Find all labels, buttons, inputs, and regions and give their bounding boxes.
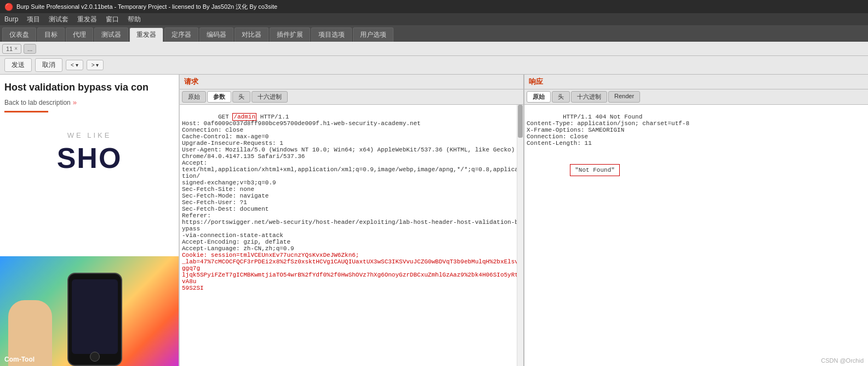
back-link-text: Back to lab description — [4, 99, 71, 106]
tab-proxy[interactable]: 代理 — [66, 27, 93, 42]
main-tabs: 仪表盘 目标 代理 测试器 重发器 定序器 编码器 对比器 插件扩展 项目选项 … — [0, 25, 868, 42]
menu-window[interactable]: 窗口 — [106, 15, 119, 24]
toolbar: 发送 取消 < ▾ > ▾ — [0, 56, 868, 75]
menu-repeater[interactable]: 重发器 — [77, 15, 97, 24]
request-scrollbar-thumb[interactable] — [518, 105, 523, 138]
phone-screen — [72, 279, 118, 354]
request-line: GET — [218, 114, 232, 120]
response-body: "Not Found" — [527, 157, 866, 183]
sub-tab-11[interactable]: 11 × — [2, 44, 21, 54]
menu-burp[interactable]: Burp — [4, 15, 18, 23]
phone-silhouette — [67, 273, 122, 366]
menu-project[interactable]: 项目 — [27, 15, 40, 24]
not-found-box: "Not Found" — [570, 164, 620, 176]
menu-help[interactable]: 帮助 — [128, 15, 141, 24]
request-line-end: HTTP/1.1 Host: 0af6009c037d8ff980bce9570… — [182, 114, 518, 252]
back-arrow-icon: » — [73, 98, 77, 106]
request-tab-headers[interactable]: 头 — [232, 91, 250, 103]
send-button[interactable]: 发送 — [4, 58, 32, 72]
request-header: 请求 — [180, 75, 523, 89]
tab-intruder[interactable]: 测试器 — [94, 27, 128, 42]
request-scrollbar[interactable] — [517, 105, 523, 366]
request-tab-raw[interactable]: 原始 — [182, 91, 206, 103]
csdn-watermark: CSDN @Orchid — [821, 357, 864, 364]
response-tab-raw[interactable]: 原始 — [527, 91, 551, 103]
response-header: 响应 — [524, 75, 868, 89]
burp-logo: 🔴 — [4, 3, 13, 11]
close-tab-icon[interactable]: × — [14, 46, 18, 52]
admin-path-highlight: /admin — [232, 113, 256, 121]
right-panel: 请求 原始 参数 头 十六进制 GET /admin HTTP/1.1 Host… — [180, 75, 868, 366]
response-content[interactable]: HTTP/1.1 404 Not Found Content-Type: app… — [524, 105, 868, 366]
cancel-button[interactable]: 取消 — [35, 58, 62, 72]
response-tab-render[interactable]: Render — [608, 91, 640, 103]
tab-sequencer[interactable]: 定序器 — [164, 27, 198, 42]
response-tabs: 原始 头 十六进制 Render — [524, 89, 868, 105]
sho-text: SHO — [0, 142, 179, 174]
product-image-area: Com-Tool — [0, 256, 179, 366]
we-like-text: WE LIKE — [0, 115, 179, 142]
tab-dashboard[interactable]: 仪表盘 — [2, 27, 36, 42]
next-button[interactable]: > ▾ — [87, 60, 104, 70]
tab-extender[interactable]: 插件扩展 — [270, 27, 310, 42]
request-tabs: 原始 参数 头 十六进制 — [180, 89, 523, 105]
cookie-value: Cookie: session=tmlVCEUnxEv77ucnzYQsKvxD… — [182, 252, 518, 291]
request-panel: 请求 原始 参数 头 十六进制 GET /admin HTTP/1.1 Host… — [180, 75, 524, 366]
tab-user-options[interactable]: 用户选项 — [353, 27, 393, 42]
page-title: Host validation bypass via con — [0, 75, 179, 96]
response-headers: Content-Type: application/json; charset=… — [527, 120, 689, 147]
tab-comparer[interactable]: 对比器 — [235, 27, 269, 42]
response-tab-hex[interactable]: 十六进制 — [571, 91, 607, 103]
more-tabs-button[interactable]: ... — [24, 44, 36, 54]
orange-divider — [4, 111, 48, 112]
request-tab-params[interactable]: 参数 — [207, 91, 231, 103]
web-preview-panel: Host validation bypass via con Back to l… — [0, 75, 180, 366]
menu-bar: Burp 项目 测试套 重发器 窗口 帮助 — [0, 13, 868, 25]
tab-project-options[interactable]: 项目选项 — [311, 27, 352, 42]
phone-button — [90, 352, 100, 362]
response-panel: 响应 原始 头 十六进制 Render HTTP/1.1 404 Not Fou… — [524, 75, 868, 366]
tab-repeater[interactable]: 重发器 — [129, 27, 163, 42]
title-bar-text: Burp Suite Professional v2.0.11beta - Te… — [16, 3, 277, 11]
title-bar: 🔴 Burp Suite Professional v2.0.11beta - … — [0, 0, 868, 13]
back-link[interactable]: Back to lab description » — [0, 96, 179, 109]
com-tool-label: Com-Tool — [4, 356, 35, 363]
request-tab-hex[interactable]: 十六进制 — [252, 91, 288, 103]
main-content: Host validation bypass via con Back to l… — [0, 75, 868, 366]
response-status: HTTP/1.1 404 Not Found — [563, 114, 642, 120]
tab-target[interactable]: 目标 — [37, 27, 65, 42]
response-tab-headers[interactable]: 头 — [552, 91, 570, 103]
req-resp-row: 请求 原始 参数 头 十六进制 GET /admin HTTP/1.1 Host… — [180, 75, 868, 366]
request-content[interactable]: GET /admin HTTP/1.1 Host: 0af6009c037d8f… — [180, 105, 523, 366]
sub-tabs-row: 11 × ... — [0, 42, 868, 56]
prev-button[interactable]: < ▾ — [66, 60, 83, 70]
tab-decoder[interactable]: 编码器 — [199, 27, 233, 42]
menu-test-suite[interactable]: 测试套 — [49, 15, 68, 24]
